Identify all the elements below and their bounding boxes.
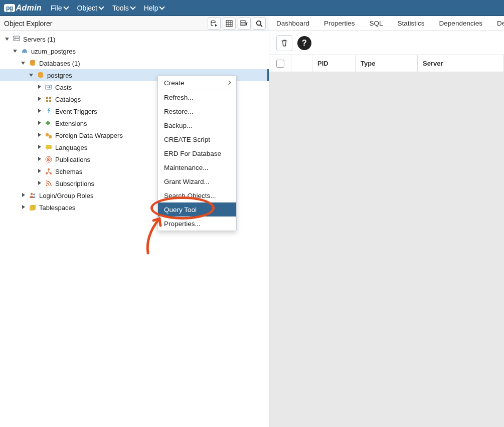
tree-label: uzum_postgres [31, 48, 76, 55]
search-objects-button[interactable] [253, 18, 266, 30]
help-button[interactable]: ? [297, 36, 311, 50]
tree-label: Publications [55, 156, 90, 163]
ctx-label: Backup... [164, 122, 192, 129]
expand-icon[interactable] [29, 73, 34, 78]
brand-logo-box: pg [4, 4, 15, 12]
ctx-refresh[interactable]: Refresh... [158, 90, 236, 104]
tree-label: Event Triggers [55, 108, 97, 115]
svg-line-10 [261, 25, 263, 27]
menu-file[interactable]: File [51, 4, 68, 12]
search-icon [255, 20, 263, 28]
tab-sql[interactable]: SQL [363, 16, 391, 31]
svg-point-33 [31, 193, 33, 195]
ctx-properties[interactable]: Properties... [158, 217, 236, 231]
tree-label: Subscriptions [55, 180, 94, 187]
tree-label: Databases (1) [39, 60, 80, 67]
view-data-button[interactable] [223, 18, 236, 30]
checkbox-icon[interactable] [276, 60, 284, 68]
fdw-icon [44, 131, 53, 140]
event-triggers-icon [44, 107, 53, 116]
tree-label: Login/Group Roles [39, 192, 93, 199]
menu-tools[interactable]: Tools [112, 4, 135, 12]
expand-icon[interactable] [21, 205, 26, 210]
ctx-label: CREATE Script [164, 136, 210, 143]
expand-icon[interactable] [37, 109, 42, 114]
tree-node-servers[interactable]: Servers (1) [0, 33, 269, 45]
menu-object-label: Object [77, 4, 97, 12]
ctx-restore[interactable]: Restore... [158, 104, 236, 118]
svg-point-32 [46, 185, 48, 186]
filter-rows-button[interactable] [238, 18, 251, 30]
expand-icon[interactable] [5, 37, 10, 42]
svg-point-34 [33, 193, 35, 195]
grid-header-pid[interactable]: PID [312, 55, 356, 72]
expand-icon[interactable] [37, 97, 42, 102]
svg-rect-21 [46, 100, 48, 102]
ctx-create[interactable]: Create [158, 76, 236, 90]
tab-dashboard[interactable]: Dashboard [269, 16, 317, 31]
object-explorer-header: Object Explorer [0, 16, 269, 31]
chevron-down-icon [159, 4, 165, 10]
top-menu-bar: pg Admin File Object Tools Help [0, 0, 504, 16]
expand-icon[interactable] [37, 169, 42, 174]
tab-dependents[interactable]: Depend [490, 16, 504, 31]
menu-help-label: Help [144, 4, 158, 12]
expand-icon[interactable] [37, 133, 42, 138]
expand-icon[interactable] [37, 145, 42, 150]
svg-rect-12 [14, 39, 20, 41]
ctx-create-script[interactable]: CREATE Script [158, 132, 236, 146]
extensions-icon [44, 119, 53, 128]
grid-icon [225, 20, 233, 28]
grid-header-select-all[interactable] [269, 55, 291, 72]
svg-rect-1 [226, 21, 232, 27]
expand-icon[interactable] [21, 193, 26, 198]
ctx-erd[interactable]: ERD For Database [158, 146, 236, 160]
query-tool-button[interactable] [208, 18, 221, 30]
roles-icon [28, 191, 37, 200]
ctx-maintenance[interactable]: Maintenance... [158, 160, 236, 174]
grid-header-blank [291, 55, 312, 72]
ctx-grant-wizard[interactable]: Grant Wizard... [158, 174, 236, 188]
ctx-query-tool[interactable]: Query Tool [158, 202, 236, 217]
tree-node-databases[interactable]: Databases (1) [0, 57, 269, 69]
tree-label: Extensions [55, 120, 87, 127]
main-menu: File Object Tools Help [51, 4, 164, 12]
grid-header-server[interactable]: Server [418, 55, 504, 72]
menu-object[interactable]: Object [77, 4, 103, 12]
tree-label: Foreign Data Wrappers [55, 132, 123, 139]
tree-label: postgres [47, 72, 72, 79]
tab-dependencies[interactable]: Dependencies [432, 16, 490, 31]
expand-icon[interactable] [37, 85, 42, 90]
delete-button[interactable] [276, 35, 292, 51]
menu-help[interactable]: Help [144, 4, 164, 12]
tab-properties[interactable]: Properties [317, 16, 363, 31]
casts-icon [44, 83, 53, 92]
ctx-label: Properties... [164, 220, 201, 228]
brand-logo[interactable]: pg Admin [4, 4, 42, 13]
schemas-icon [44, 167, 53, 176]
expand-icon[interactable] [37, 157, 42, 162]
svg-point-0 [211, 21, 215, 23]
main-tabs: Dashboard Properties SQL Statistics Depe… [269, 16, 504, 31]
svg-rect-19 [46, 97, 48, 99]
subscriptions-icon [44, 179, 53, 188]
content-toolbar: ? [269, 31, 504, 55]
ctx-backup[interactable]: Backup... [158, 118, 236, 132]
tab-statistics[interactable]: Statistics [391, 16, 432, 31]
expand-icon[interactable] [37, 121, 42, 126]
ctx-search-objects[interactable]: Search Objects... [158, 188, 236, 202]
expand-icon[interactable] [13, 49, 18, 54]
expand-icon[interactable] [21, 61, 26, 66]
panel-header-row: Object Explorer Dashboard Properties SQL… [0, 16, 504, 31]
servers-icon [12, 35, 21, 44]
grid-header-type[interactable]: Type [356, 55, 418, 72]
tree-node-connection[interactable]: uzum_postgres [0, 45, 269, 57]
ctx-label: ERD For Database [164, 150, 221, 157]
svg-rect-11 [14, 36, 20, 38]
languages-icon [44, 143, 53, 152]
tree-label: Casts [55, 84, 72, 91]
expand-icon[interactable] [37, 181, 42, 186]
svg-point-28 [48, 159, 49, 160]
chevron-down-icon [63, 4, 69, 10]
tree-label: Servers (1) [23, 36, 55, 43]
